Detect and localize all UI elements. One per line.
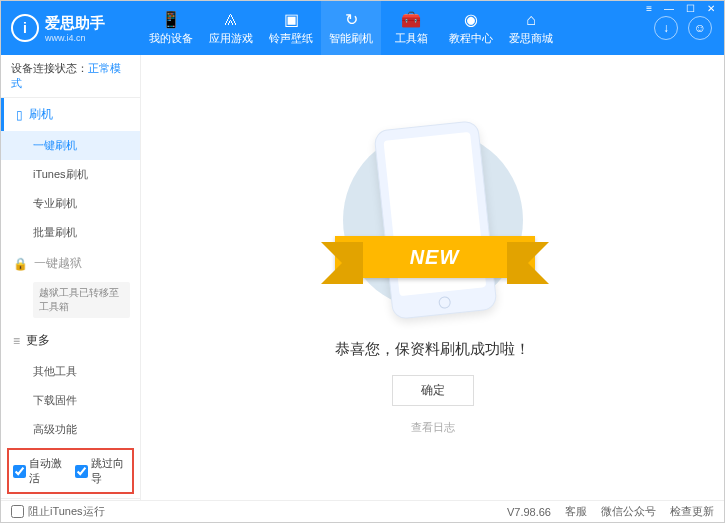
- lock-icon: 🔒: [13, 257, 28, 271]
- footer-wechat[interactable]: 微信公众号: [601, 504, 656, 519]
- app-name: 爱思助手: [45, 14, 105, 33]
- download-icon[interactable]: ↓: [654, 16, 678, 40]
- auto-activate-checkbox[interactable]: 自动激活: [13, 456, 67, 486]
- sidebar-item-itunes-flash[interactable]: iTunes刷机: [1, 160, 140, 189]
- logo-icon: i: [11, 14, 39, 42]
- close-icon[interactable]: ✕: [704, 3, 718, 14]
- confirm-button[interactable]: 确定: [392, 375, 474, 406]
- window-controls: ≡ — ☐ ✕: [643, 3, 718, 14]
- apps-icon: ⩓: [223, 11, 239, 29]
- new-ribbon: NEW: [335, 236, 535, 278]
- toolbox-icon: 🧰: [401, 10, 421, 29]
- logo-area: i 爱思助手 www.i4.cn: [1, 14, 141, 43]
- footer: 阻止iTunes运行 V7.98.66 客服 微信公众号 检查更新: [1, 500, 724, 522]
- nav-store[interactable]: ⌂爱思商城: [501, 1, 561, 55]
- nav-my-device[interactable]: 📱我的设备: [141, 1, 201, 55]
- nav-tabs: 📱我的设备 ⩓应用游戏 ▣铃声壁纸 ↻智能刷机 🧰工具箱 ◉教程中心 ⌂爱思商城: [141, 1, 654, 55]
- sidebar-item-other-tools[interactable]: 其他工具: [1, 357, 140, 386]
- device-info[interactable]: ▯iPhone 12 mini 64GB Down-12mini-13,1: [1, 498, 140, 500]
- app-header: ≡ — ☐ ✕ i 爱思助手 www.i4.cn 📱我的设备 ⩓应用游戏 ▣铃声…: [1, 1, 724, 55]
- nav-ringtone[interactable]: ▣铃声壁纸: [261, 1, 321, 55]
- connection-status: 设备连接状态：正常模式: [1, 55, 140, 98]
- tutorial-icon: ◉: [464, 10, 478, 29]
- sidebar-flash-header[interactable]: ▯ 刷机: [1, 98, 140, 131]
- app-url: www.i4.cn: [45, 33, 105, 43]
- store-icon: ⌂: [526, 11, 536, 29]
- menu-icon[interactable]: ≡: [643, 3, 655, 14]
- sidebar-item-onekey-flash[interactable]: 一键刷机: [1, 131, 140, 160]
- user-icon[interactable]: ☺: [688, 16, 712, 40]
- phone-icon: ▯: [16, 108, 23, 122]
- version-label: V7.98.66: [507, 506, 551, 518]
- success-message: 恭喜您，保资料刷机成功啦！: [335, 340, 530, 359]
- footer-update[interactable]: 检查更新: [670, 504, 714, 519]
- success-illustration: NEW: [363, 120, 503, 320]
- jailbreak-note: 越狱工具已转移至工具箱: [33, 282, 130, 318]
- nav-flash[interactable]: ↻智能刷机: [321, 1, 381, 55]
- ringtone-icon: ▣: [284, 10, 299, 29]
- nav-apps[interactable]: ⩓应用游戏: [201, 1, 261, 55]
- skip-guide-checkbox[interactable]: 跳过向导: [75, 456, 129, 486]
- view-log-link[interactable]: 查看日志: [411, 420, 455, 435]
- sidebar-item-download-fw[interactable]: 下载固件: [1, 386, 140, 415]
- nav-toolbox[interactable]: 🧰工具箱: [381, 1, 441, 55]
- list-icon: ≡: [13, 334, 20, 348]
- flash-icon: ↻: [345, 10, 358, 29]
- phone-icon: 📱: [161, 10, 181, 29]
- sidebar-more-header[interactable]: ≡ 更多: [1, 324, 140, 357]
- main-content: NEW 恭喜您，保资料刷机成功啦！ 确定 查看日志: [141, 55, 724, 500]
- minimize-icon[interactable]: —: [661, 3, 677, 14]
- options-row: 自动激活 跳过向导: [7, 448, 134, 494]
- sidebar-item-pro-flash[interactable]: 专业刷机: [1, 189, 140, 218]
- sidebar: 设备连接状态：正常模式 ▯ 刷机 一键刷机 iTunes刷机 专业刷机 批量刷机…: [1, 55, 141, 500]
- sidebar-item-advanced[interactable]: 高级功能: [1, 415, 140, 444]
- maximize-icon[interactable]: ☐: [683, 3, 698, 14]
- block-itunes-checkbox[interactable]: 阻止iTunes运行: [11, 504, 105, 519]
- footer-service[interactable]: 客服: [565, 504, 587, 519]
- sidebar-item-batch-flash[interactable]: 批量刷机: [1, 218, 140, 247]
- nav-tutorial[interactable]: ◉教程中心: [441, 1, 501, 55]
- sidebar-jailbreak-header[interactable]: 🔒 一键越狱: [1, 247, 140, 280]
- header-actions: ↓ ☺: [654, 16, 724, 40]
